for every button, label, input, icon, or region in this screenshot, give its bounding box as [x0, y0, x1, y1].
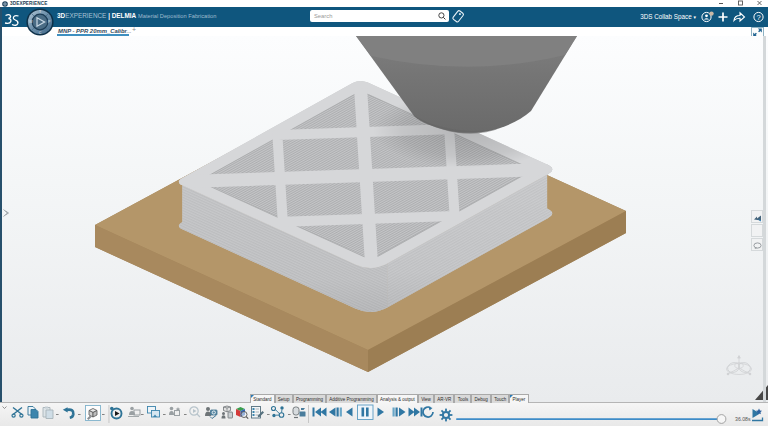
svg-text:?: ? — [756, 13, 760, 22]
svg-text:W: W — [29, 20, 33, 24]
svg-text:C: C — [39, 31, 42, 35]
svg-text:36.08s: 36.08s — [735, 416, 751, 422]
